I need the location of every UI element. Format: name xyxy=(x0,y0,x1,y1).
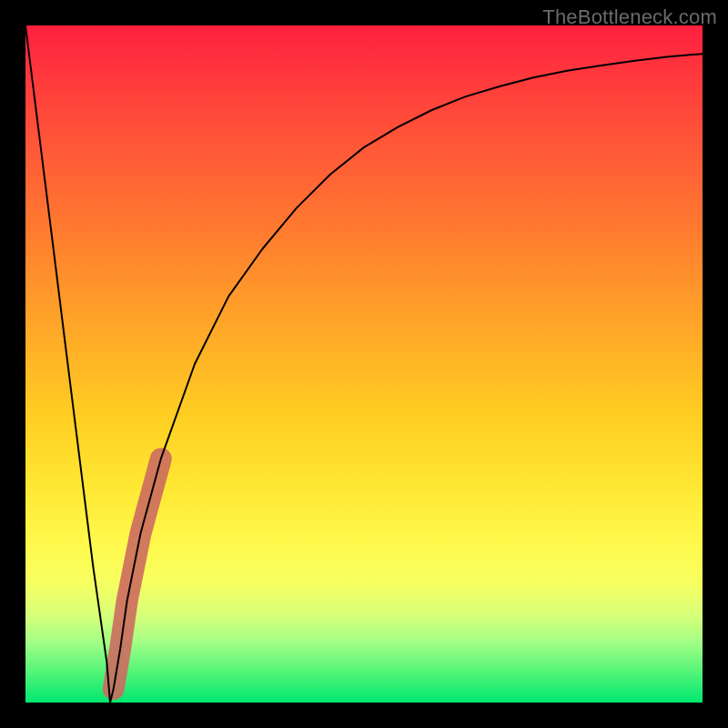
chart-highlight-segment xyxy=(114,459,161,689)
watermark-text: TheBottleneck.com xyxy=(542,5,717,29)
chart-svg xyxy=(25,25,703,703)
chart-main-curve xyxy=(25,25,703,703)
chart-plot-area xyxy=(25,25,703,703)
chart-frame xyxy=(25,25,703,703)
